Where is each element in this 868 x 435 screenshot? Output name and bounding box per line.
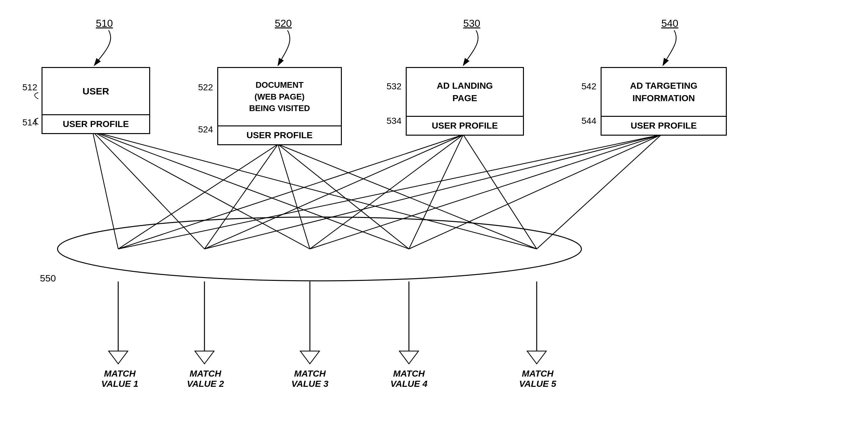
- svg-line-15: [205, 135, 463, 249]
- box-user: USER USER PROFILE: [41, 67, 150, 134]
- ref-530: 530: [463, 18, 480, 29]
- box-ad-targeting-title: AD TARGETING INFORMATION: [601, 68, 726, 116]
- ref-534: 534: [386, 116, 402, 126]
- box-document-title: DOCUMENT (WEB PAGE) BEING VISITED: [218, 68, 341, 126]
- svg-line-19: [118, 135, 661, 249]
- svg-line-23: [537, 135, 661, 249]
- svg-line-17: [409, 135, 463, 249]
- box-ad-landing-profile: USER PROFILE: [407, 116, 523, 135]
- ref-540: 540: [661, 18, 678, 29]
- ref-542: 542: [582, 81, 596, 92]
- svg-line-12: [278, 144, 409, 249]
- svg-line-14: [118, 135, 463, 249]
- match-value-1: MATCH VALUE 1: [96, 369, 144, 389]
- svg-line-21: [310, 135, 661, 249]
- svg-line-20: [205, 135, 661, 249]
- ref-550: 550: [40, 273, 56, 284]
- box-user-profile: USER PROFILE: [42, 114, 149, 133]
- box-ad-landing-title: AD LANDING PAGE: [407, 68, 523, 116]
- svg-line-11: [278, 144, 310, 249]
- ref-544: 544: [582, 116, 596, 126]
- svg-marker-27: [195, 351, 214, 364]
- svg-line-10: [205, 144, 278, 249]
- svg-point-3: [58, 217, 582, 281]
- ref-524: 524: [198, 125, 213, 135]
- match-value-4: MATCH VALUE 4: [385, 369, 433, 389]
- svg-line-13: [278, 144, 537, 249]
- svg-line-16: [310, 135, 463, 249]
- svg-line-5: [93, 132, 205, 249]
- ref-512: 512: [22, 82, 37, 93]
- ref-532: 532: [386, 81, 402, 92]
- box-ad-landing: AD LANDING PAGE USER PROFILE: [406, 67, 524, 136]
- diagram-container: 510 520 530 540 USER USER PROFILE 512 51…: [0, 0, 868, 435]
- svg-marker-31: [399, 351, 418, 364]
- svg-marker-33: [527, 351, 546, 364]
- match-value-2: MATCH VALUE 2: [182, 369, 229, 389]
- svg-marker-29: [300, 351, 319, 364]
- box-document: DOCUMENT (WEB PAGE) BEING VISITED USER P…: [217, 67, 342, 145]
- box-ad-targeting-profile: USER PROFILE: [601, 116, 726, 135]
- box-ad-targeting: AD TARGETING INFORMATION USER PROFILE: [600, 67, 727, 136]
- ref-522: 522: [198, 82, 213, 93]
- svg-line-4: [93, 132, 118, 249]
- box-user-title: USER: [42, 68, 149, 114]
- ref-510: 510: [96, 18, 113, 29]
- svg-line-8: [93, 132, 537, 249]
- svg-line-22: [409, 135, 661, 249]
- svg-line-7: [93, 132, 409, 249]
- svg-line-18: [463, 135, 537, 249]
- svg-marker-25: [108, 351, 128, 364]
- box-document-profile: USER PROFILE: [218, 126, 341, 144]
- match-value-3: MATCH VALUE 3: [286, 369, 334, 389]
- svg-line-9: [118, 144, 278, 249]
- match-value-5: MATCH VALUE 5: [514, 369, 562, 389]
- svg-line-6: [93, 132, 310, 249]
- ref-514: 514: [22, 118, 37, 128]
- ref-520: 520: [275, 18, 292, 29]
